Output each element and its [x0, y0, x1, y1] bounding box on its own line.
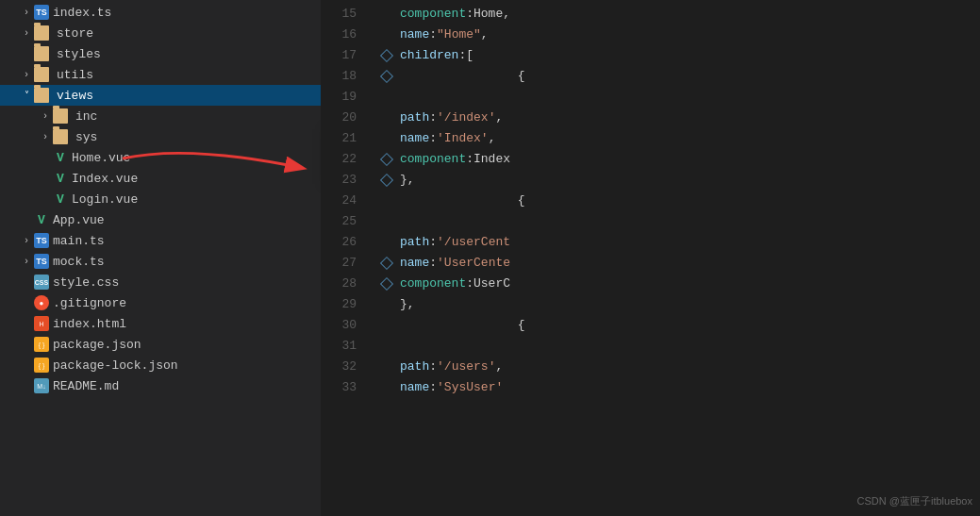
file-explorer: › TS index.ts › store styles › utils: [0, 0, 321, 516]
tree-item-index-ts[interactable]: › TS index.ts: [0, 2, 321, 23]
code-line-17: children:[: [377, 45, 980, 66]
folder-label: inc: [75, 109, 97, 124]
code-line-32: path:'/users',: [377, 357, 980, 377]
code-line-26: path:'/userCent: [377, 232, 980, 253]
tree-item-app-vue[interactable]: V App.vue: [0, 209, 321, 230]
folder-label: store: [57, 26, 93, 41]
folder-label: sys: [75, 130, 97, 144]
code-line-19: [377, 87, 980, 108]
tree-item-styles[interactable]: styles: [0, 43, 321, 64]
code-content: component:Home, name:"Home", children:[ …: [368, 0, 980, 516]
tree-item-readme-md[interactable]: M↓ README.md: [0, 375, 321, 396]
code-line-29: },: [377, 294, 980, 315]
tree-item-gitignore[interactable]: ● .gitignore: [0, 292, 321, 313]
arrow-icon: ›: [19, 236, 34, 246]
tree-item-package-lock-json[interactable]: { } package-lock.json: [0, 355, 321, 375]
vue-file-icon: V: [53, 191, 68, 207]
code-editor: 15 16 17 18 19 20 21 22 23 24 25 26 27 2…: [321, 0, 980, 516]
file-label: index.html: [53, 317, 126, 331]
json-file-icon: { }: [34, 358, 49, 373]
arrow-icon: ˅: [19, 90, 34, 101]
code-line-25: [377, 211, 980, 232]
file-label: style.css: [53, 275, 119, 290]
css-file-icon: CSS: [34, 275, 49, 290]
tree-item-style-css[interactable]: CSS style.css: [0, 272, 321, 292]
folder-icon: [53, 129, 68, 144]
tree-item-views[interactable]: ˅ views: [0, 85, 321, 106]
tree-item-package-json[interactable]: { } package.json: [0, 334, 321, 355]
code-line-15: component:Home,: [377, 4, 980, 25]
md-file-icon: M↓: [34, 378, 49, 393]
file-label: mock.ts: [53, 255, 105, 269]
code-line-20: path:'/index',: [377, 108, 980, 128]
arrow-icon: ›: [19, 70, 34, 80]
ts-file-icon: TS: [34, 254, 49, 269]
file-label: Login.vue: [72, 192, 138, 207]
tree-item-index-vue[interactable]: V Index.vue: [0, 168, 321, 189]
file-label: Home.vue: [72, 151, 130, 165]
arrow-icon: ›: [19, 257, 34, 267]
arrow-icon: ›: [19, 8, 34, 18]
vue-file-icon: V: [34, 212, 49, 227]
file-label: App.vue: [53, 213, 105, 227]
file-label: .gitignore: [53, 296, 126, 310]
file-label: package-lock.json: [53, 358, 178, 373]
arrow-icon: ›: [19, 28, 34, 39]
folder-label: utils: [57, 68, 93, 82]
git-file-icon: ●: [34, 295, 49, 310]
line-numbers: 15 16 17 18 19 20 21 22 23 24 25 26 27 2…: [321, 0, 368, 516]
file-label: main.ts: [53, 234, 105, 248]
tree-item-home-vue[interactable]: V Home.vue: [0, 147, 321, 168]
code-line-33: name:'SysUser': [377, 377, 980, 398]
code-line-18: {: [377, 66, 980, 87]
tree-item-main-ts[interactable]: › TS main.ts: [0, 230, 321, 251]
file-tree: › TS index.ts › store styles › utils: [0, 0, 321, 396]
code-line-16: name:"Home",: [377, 25, 980, 45]
json-file-icon: { }: [34, 337, 49, 352]
tree-item-utils[interactable]: › utils: [0, 64, 321, 85]
code-line-23: },: [377, 170, 980, 191]
folder-icon: [34, 67, 49, 82]
folder-label: styles: [57, 47, 101, 61]
code-line-21: name:'Index',: [377, 128, 980, 149]
tree-item-sys[interactable]: › sys: [0, 126, 321, 147]
tree-item-login-vue[interactable]: V Login.vue: [0, 189, 321, 209]
folder-open-icon: [34, 88, 49, 103]
file-label: README.md: [53, 379, 119, 393]
tree-item-mock-ts[interactable]: › TS mock.ts: [0, 251, 321, 272]
vue-file-icon: V: [53, 150, 68, 165]
folder-label: views: [57, 89, 93, 103]
ts-file-icon: TS: [34, 233, 49, 248]
tree-item-index-html[interactable]: H index.html: [0, 313, 321, 334]
code-line-31: [377, 336, 980, 357]
file-label: index.ts: [53, 6, 111, 20]
arrow-icon: ›: [38, 111, 53, 122]
code-line-27: name:'UserCente: [377, 253, 980, 274]
code-line-30: {: [377, 315, 980, 336]
vue-file-icon: V: [53, 171, 68, 186]
code-line-22: component:Index: [377, 149, 980, 170]
tree-item-store[interactable]: › store: [0, 23, 321, 43]
folder-icon: [34, 25, 49, 41]
file-label: package.json: [53, 338, 141, 352]
ts-file-icon: TS: [34, 5, 49, 20]
code-line-24: {: [377, 191, 980, 211]
html-file-icon: H: [34, 316, 49, 331]
folder-icon: [53, 108, 68, 124]
tree-item-inc[interactable]: › inc: [0, 106, 321, 126]
file-label: Index.vue: [72, 172, 138, 186]
csdn-watermark: CSDN @蓝匣子itbluebox: [857, 494, 972, 508]
folder-icon: [34, 46, 49, 61]
code-line-28: component:UserC: [377, 274, 980, 294]
arrow-icon: ›: [38, 132, 53, 142]
